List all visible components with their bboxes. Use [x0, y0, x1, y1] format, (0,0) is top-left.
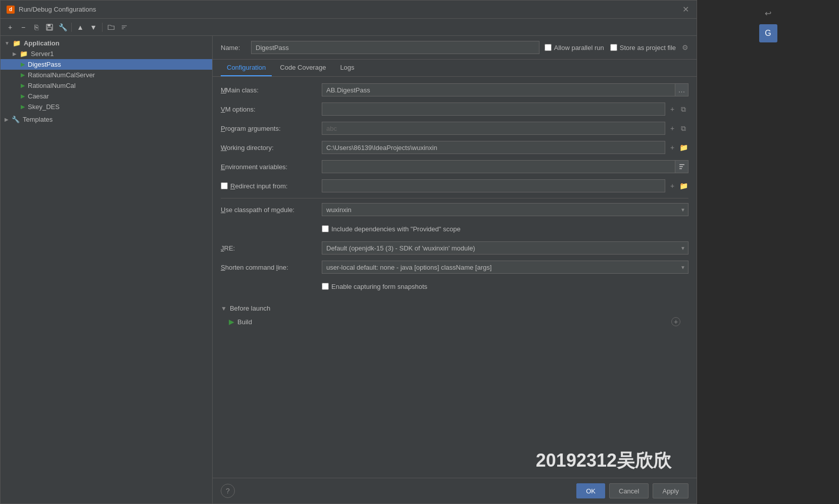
save-config-button[interactable] — [44, 22, 55, 33]
working-dir-row: Working directory: + 📁 — [221, 140, 688, 155]
env-vars-label: Environment variables: — [221, 163, 322, 171]
redirect-input-field[interactable] — [322, 179, 665, 192]
move-down-button[interactable]: ▼ — [88, 22, 99, 33]
toolbar-separator-2 — [102, 23, 103, 32]
store-settings-gear-icon[interactable]: ⚙ — [682, 43, 688, 52]
main-class-label: MMain class: — [221, 86, 322, 94]
redirect-input-actions: + 📁 — [667, 179, 688, 192]
tree-item-digestpass[interactable]: ▶ DigestPass — [1, 59, 212, 70]
right-panel-btn-2[interactable]: G — [759, 24, 777, 42]
working-dir-folder-button[interactable]: 📁 — [678, 141, 688, 154]
tab-code-coverage[interactable]: Code Coverage — [274, 60, 332, 76]
before-launch-section: ▼ Before launch ▶ Build + — [221, 301, 688, 328]
program-args-expand-button[interactable]: + — [667, 122, 677, 135]
before-launch-arrow-icon: ▼ — [221, 305, 227, 312]
folder-icon-application: 📁 — [13, 39, 21, 47]
build-arrow-icon: ▶ — [229, 318, 234, 326]
server1-label: Server1 — [31, 50, 54, 58]
env-vars-input[interactable] — [322, 160, 675, 173]
templates-label: Templates — [23, 116, 53, 123]
build-label: Build — [237, 318, 252, 326]
settings-button[interactable]: 🔧 — [57, 22, 68, 33]
run-icon-caesar: ▶ — [21, 93, 25, 99]
tree-item-rationalnumcal[interactable]: ▶ RationalNumCal — [1, 80, 212, 91]
program-args-input-group: + ⧉ — [322, 122, 688, 135]
vm-options-folder-button[interactable]: ⧉ — [678, 103, 688, 116]
main-panel: Name: Allow parallel run Store as projec… — [213, 36, 697, 503]
program-args-folder-button[interactable]: ⧉ — [678, 122, 688, 135]
working-dir-input[interactable] — [322, 141, 665, 154]
sort-button[interactable] — [119, 22, 130, 33]
configuration-form: MMain class: … VM options: + — [213, 77, 697, 478]
include-deps-checkbox[interactable] — [322, 225, 329, 232]
cancel-button[interactable]: Cancel — [609, 483, 649, 498]
run-icon-skey-des: ▶ — [21, 104, 25, 110]
redirect-expand-button[interactable]: + — [667, 179, 677, 192]
build-launch-item: ▶ Build + — [221, 315, 688, 328]
redirect-input-checkbox[interactable] — [221, 182, 228, 189]
shorten-cmdline-label: Shorten command line: — [221, 264, 322, 271]
remove-config-button[interactable]: − — [18, 22, 29, 33]
shorten-cmdline-dropdown-wrapper: user-local default: none - java [options… — [322, 261, 688, 274]
shorten-cmdline-dropdown[interactable]: user-local default: none - java [options… — [322, 261, 688, 274]
main-class-browse-button[interactable]: … — [675, 83, 688, 96]
enable-snapshots-row: Enable capturing form snapshots — [221, 279, 688, 293]
program-args-input[interactable] — [322, 122, 665, 135]
before-launch-add-button[interactable]: + — [671, 317, 680, 326]
ok-button[interactable]: OK — [576, 483, 605, 498]
program-args-actions: + ⧉ — [667, 122, 688, 135]
working-dir-actions: + 📁 — [667, 141, 688, 154]
tab-bar: Configuration Code Coverage Logs — [213, 60, 697, 77]
working-dir-expand-button[interactable]: + — [667, 141, 677, 154]
classpath-module-dropdown[interactable]: wuxinxin — [322, 203, 688, 216]
apply-button[interactable]: Apply — [653, 483, 688, 498]
move-up-button[interactable]: ▲ — [75, 22, 86, 33]
redirect-folder-button[interactable]: 📁 — [678, 179, 688, 192]
rationalnumcal-label: RationalNumCal — [28, 82, 76, 89]
tree-item-skey-des[interactable]: ▶ Skey_DES — [1, 102, 212, 112]
name-options: Allow parallel run Store as project file… — [545, 43, 688, 52]
digestpass-label: DigestPass — [28, 61, 61, 68]
folder-button[interactable] — [106, 22, 117, 33]
redirect-input-group: + 📁 — [322, 179, 688, 192]
enable-snapshots-label[interactable]: Enable capturing form snapshots — [322, 283, 427, 290]
tree-item-server1[interactable]: ▶ 📁 Server1 — [1, 48, 212, 59]
vm-options-input[interactable] — [322, 103, 665, 116]
tree-item-caesar[interactable]: ▶ Caesar — [1, 91, 212, 102]
name-input[interactable] — [251, 41, 539, 54]
folder-icon-server1: 📁 — [20, 50, 28, 58]
close-button[interactable]: ✕ — [680, 5, 690, 15]
copy-config-button[interactable]: ⎘ — [31, 22, 42, 33]
store-project-file-checkbox[interactable] — [610, 44, 617, 51]
help-button[interactable]: ? — [221, 484, 235, 498]
store-project-file-label[interactable]: Store as project file — [610, 44, 676, 52]
svg-rect-7 — [679, 166, 683, 167]
bottom-buttons: ? OK Cancel Apply — [213, 478, 697, 503]
main-class-input[interactable] — [322, 83, 675, 96]
vm-options-expand-button[interactable]: + — [667, 103, 677, 116]
tab-logs[interactable]: Logs — [334, 60, 360, 76]
tree-item-templates[interactable]: ▶ 🔧 Templates — [1, 114, 212, 125]
right-panel: ↩ G — [697, 0, 839, 504]
add-config-button[interactable]: + — [5, 22, 16, 33]
run-icon-rationalnumcal: ▶ — [21, 82, 25, 89]
tree-item-rationalnumcalserver[interactable]: ▶ RationalNumCalServer — [1, 70, 212, 80]
enable-snapshots-checkbox[interactable] — [322, 283, 329, 290]
tree-application-root[interactable]: ▼ 📁 Application — [1, 38, 212, 48]
run-icon-digestpass: ▶ — [21, 61, 25, 68]
include-deps-row: Include dependencies with "Provided" sco… — [221, 222, 688, 236]
include-deps-label[interactable]: Include dependencies with "Provided" sco… — [322, 225, 461, 233]
caesar-label: Caesar — [28, 92, 49, 100]
jre-label: JRE: — [221, 244, 322, 252]
run-icon-rationalnumcalserver: ▶ — [21, 72, 25, 78]
right-panel-btn-1[interactable]: ↩ — [759, 4, 777, 22]
application-label: Application — [24, 39, 60, 47]
tab-configuration[interactable]: Configuration — [221, 60, 272, 76]
env-vars-edit-button[interactable] — [675, 160, 688, 173]
allow-parallel-run-checkbox[interactable] — [545, 44, 552, 51]
allow-parallel-run-label[interactable]: Allow parallel run — [545, 44, 604, 52]
vm-options-row: VM options: + ⧉ — [221, 102, 688, 116]
jre-dropdown[interactable]: Default (openjdk-15 (3) - SDK of 'wuxinx… — [322, 241, 688, 255]
action-buttons: OK Cancel Apply — [576, 483, 688, 498]
before-launch-header[interactable]: ▼ Before launch — [221, 301, 688, 315]
